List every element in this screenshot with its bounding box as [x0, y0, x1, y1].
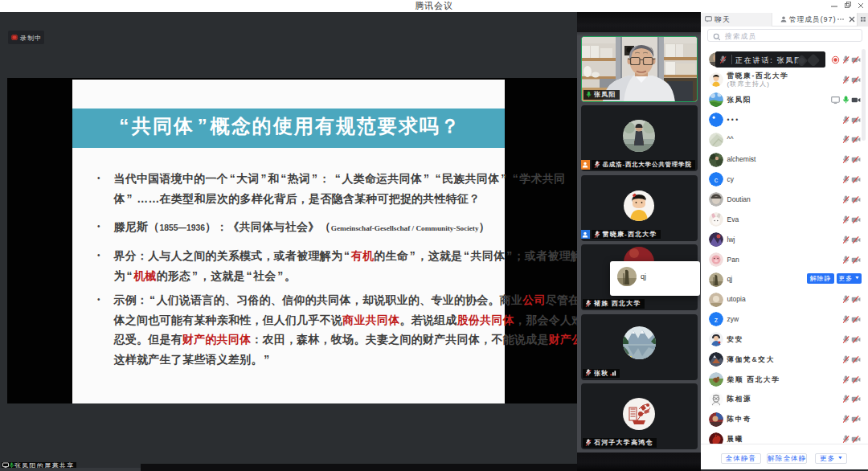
svg-text:z: z: [714, 316, 719, 324]
svg-text:c: c: [714, 176, 719, 184]
